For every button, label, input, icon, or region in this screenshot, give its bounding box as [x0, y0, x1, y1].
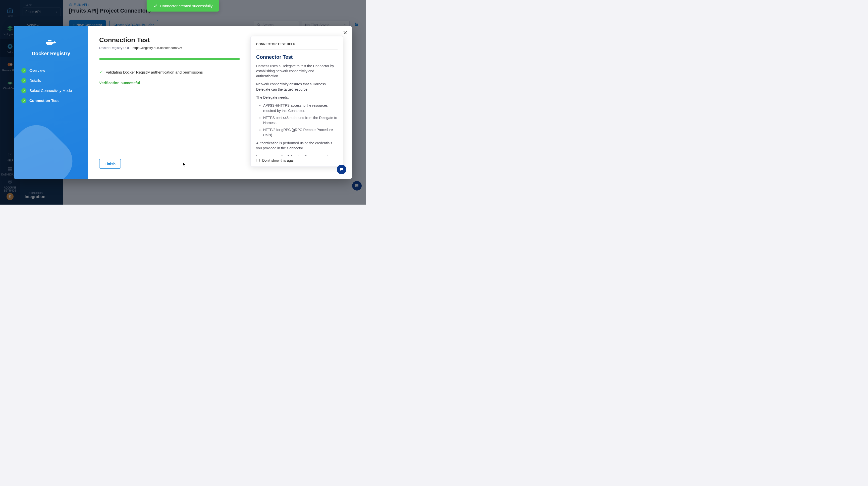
dont-show-again[interactable]: Don't show this again — [256, 156, 338, 162]
help-list-item: HTTPS port 443 outbound from the Delegat… — [263, 115, 338, 126]
progress-bar — [99, 58, 240, 60]
dont-show-label: Don't show this again — [262, 158, 296, 162]
bg-decoration — [14, 108, 88, 179]
url-value: https://registry.hub.docker.com/v2/ — [132, 46, 182, 50]
connector-modal: Docker Registry Overview Details Select … — [14, 26, 352, 179]
check-icon — [153, 3, 158, 8]
docker-icon — [20, 38, 82, 48]
chat-icon — [339, 167, 344, 172]
help-paragraph: The Delegate needs: — [256, 95, 338, 100]
step-overview: Overview — [20, 66, 82, 75]
finish-button[interactable]: Finish — [99, 159, 121, 169]
modal-overlay[interactable]: Docker Registry Overview Details Select … — [0, 0, 366, 204]
chat-fab-modal[interactable] — [337, 165, 346, 174]
help-list-item: HTTP/2 for gRPC (gRPC Remote Procedure C… — [263, 127, 338, 137]
dont-show-checkbox[interactable] — [256, 159, 260, 162]
toast-message: Connector created successfully — [160, 4, 213, 8]
success-toast: Connector created successfully — [147, 0, 219, 11]
help-paragraph: In some cases, the Delegate will also en… — [256, 154, 338, 156]
help-title: Connector Test — [256, 54, 338, 60]
check-icon — [21, 88, 26, 93]
connector-type-title: Docker Registry — [20, 51, 82, 57]
help-eyebrow: CONNECTOR TEST HELP — [256, 42, 338, 50]
check-icon — [21, 78, 26, 83]
step-connection-test: Connection Test — [20, 96, 82, 106]
check-icon — [21, 68, 26, 73]
check-icon — [21, 98, 26, 103]
step-label: Details — [29, 78, 41, 83]
help-paragraph: Authentication is performed using the cr… — [256, 140, 338, 151]
check-icon — [99, 70, 103, 74]
url-label: Docker Registry URL : — [99, 46, 132, 50]
help-paragraph: Network connectivity ensures that a Harn… — [256, 82, 338, 92]
svg-rect-26 — [14, 116, 81, 179]
help-list-item: API/SSH/HTTPS access to the resources re… — [263, 103, 338, 113]
step-label: Select Connectivity Mode — [29, 88, 72, 93]
step-connectivity: Select Connectivity Mode — [20, 86, 82, 96]
help-paragraph: Harness uses a Delegate to test the Conn… — [256, 64, 338, 79]
modal-content: ✕ Connection Test Docker Registry URL : … — [88, 26, 352, 179]
step-label: Overview — [29, 68, 45, 72]
help-body: Harness uses a Delegate to test the Conn… — [256, 64, 338, 156]
svg-rect-30 — [48, 40, 50, 41]
help-panel: CONNECTOR TEST HELP Connector Test Harne… — [250, 36, 343, 167]
validate-text: Validating Docker Registry authenticatio… — [106, 70, 203, 74]
step-label: Connection Test — [29, 98, 59, 103]
step-details: Details — [20, 75, 82, 86]
modal-stepper-panel: Docker Registry Overview Details Select … — [14, 26, 88, 179]
close-button[interactable]: ✕ — [343, 30, 347, 36]
progress-fill — [99, 58, 240, 60]
svg-rect-31 — [50, 40, 52, 41]
